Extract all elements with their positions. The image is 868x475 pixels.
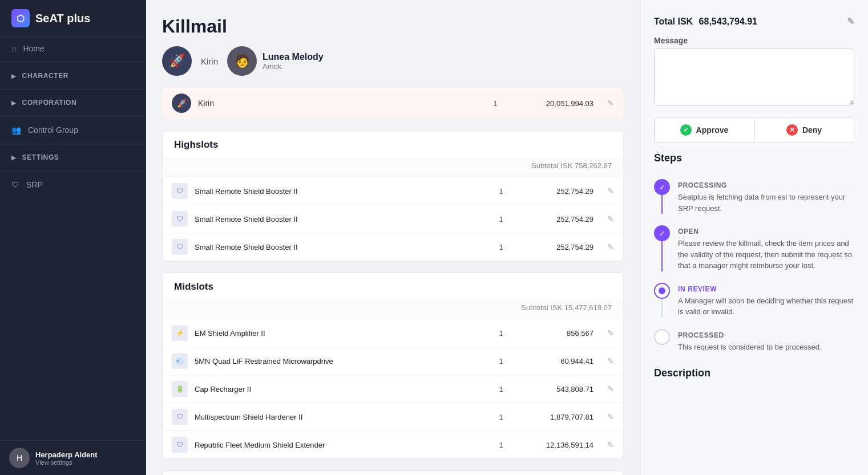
victim-ship-avatar: 🚀 xyxy=(162,46,192,76)
sidebar-section-corporation[interactable]: ▶ CORPORATION xyxy=(0,92,146,113)
victim-isk: 20,051,994.03 xyxy=(514,99,594,108)
step-connector xyxy=(661,195,663,214)
victim-name: Kirin xyxy=(198,99,477,108)
item-name: Republic Fleet Medium Shield Extender xyxy=(195,441,483,449)
attacker-info: 🧑 Lunea Melody Amok. xyxy=(227,46,324,76)
victim-edit-icon[interactable]: ✎ xyxy=(607,99,614,108)
step-label-processed: PROCESSED xyxy=(678,331,854,339)
deny-x-icon: ✕ xyxy=(786,124,798,136)
item-edit-icon[interactable]: ✎ xyxy=(607,242,614,251)
item-isk: 252,754.29 xyxy=(519,215,594,224)
description-title: Description xyxy=(654,367,854,379)
step-desc-review: A Manager will soon be deciding whether … xyxy=(678,295,854,318)
highslots-header: Highslots xyxy=(163,131,623,159)
sidebar-divider-1 xyxy=(0,62,146,63)
sidebar-item-home-label: Home xyxy=(23,44,44,53)
item-edit-icon[interactable]: ✎ xyxy=(607,328,614,338)
step-line-container: ✓ xyxy=(654,179,670,214)
home-icon: ⌂ xyxy=(11,44,16,53)
highslots-items: 🛡 Small Remote Shield Booster II 1 252,7… xyxy=(163,177,623,261)
sidebar-item-home[interactable]: ⌂ Home xyxy=(0,37,146,60)
lowslots-header: Lowslots xyxy=(163,471,623,475)
list-item: 🛡 Republic Fleet Medium Shield Extender … xyxy=(163,431,623,458)
item-edit-icon[interactable]: ✎ xyxy=(607,356,614,366)
list-item: 🔋 Cap Recharger II 1 543,808.71 ✎ xyxy=(163,375,623,403)
item-qty: 1 xyxy=(490,187,512,196)
message-input[interactable] xyxy=(654,48,854,105)
item-edit-icon[interactable]: ✎ xyxy=(607,186,614,196)
victim-row: 🚀 Kirin 1 20,051,994.03 ✎ xyxy=(162,87,624,119)
sidebar-section-settings[interactable]: ▶ SETTINGS xyxy=(0,147,146,168)
item-isk: 1,879,707.81 xyxy=(519,413,594,421)
item-edit-icon[interactable]: ✎ xyxy=(607,384,614,393)
step-line-container-processed xyxy=(654,329,670,353)
step-connector-review xyxy=(661,299,663,318)
message-label: Message xyxy=(654,36,854,45)
item-isk: 543,808.71 xyxy=(519,385,594,393)
step-label-processing: PROCESSING xyxy=(678,181,854,189)
total-label: Total ISK 68,543,794.91 xyxy=(654,17,757,27)
approve-check-icon: ✓ xyxy=(680,124,692,136)
description-section: Description xyxy=(654,367,854,379)
right-panel: Total ISK 68,543,794.91 ✎ Message ✓ Appr… xyxy=(640,0,868,475)
footer-user-info: Herpaderp Aldent View settings xyxy=(35,450,98,466)
action-buttons: ✓ Approve ✕ Deny xyxy=(654,117,854,143)
item-name: Multispectrum Shield Hardener II xyxy=(195,413,483,421)
step-content-processing: PROCESSING Seatplus is fetching data fro… xyxy=(678,179,854,214)
sidebar-section-character[interactable]: ▶ CHARACTER xyxy=(0,65,146,87)
step-in-review: IN REVIEW A Manager will soon be decidin… xyxy=(654,277,854,323)
sidebar-section-character-label: CHARACTER xyxy=(22,72,68,80)
approve-button[interactable]: ✓ Approve xyxy=(655,117,754,143)
sidebar-item-srp-label: SRP xyxy=(26,180,43,189)
footer-view-settings[interactable]: View settings xyxy=(35,459,98,466)
step-circle-review xyxy=(654,283,670,299)
list-item: 🛡 Small Remote Shield Booster II 1 252,7… xyxy=(163,233,623,261)
killmail-header: 🚀 Kirin 🧑 Lunea Melody Amok. xyxy=(162,46,624,76)
step-circle-processing: ✓ xyxy=(654,179,670,195)
item-edit-icon[interactable]: ✎ xyxy=(607,412,614,421)
item-icon: 🛡 xyxy=(172,409,188,425)
item-qty: 1 xyxy=(490,329,512,338)
app-logo[interactable]: ⬡ SeAT plus xyxy=(0,0,146,37)
sidebar-section-settings-label: SETTINGS xyxy=(22,153,59,161)
sidebar-section-corporation-label: CORPORATION xyxy=(22,99,77,107)
midslots-section: Midslots Subtotal ISK 15,477,619.07 ⚡ EM… xyxy=(162,273,624,459)
item-name: Small Remote Shield Booster II xyxy=(195,243,483,251)
total-edit-icon[interactable]: ✎ xyxy=(847,16,854,27)
sidebar-divider-4 xyxy=(0,144,146,144)
step-connector-open xyxy=(661,241,663,271)
item-icon: 🛡 xyxy=(172,239,188,255)
app-name: SeAT plus xyxy=(35,12,90,25)
message-section: Message xyxy=(654,36,854,108)
step-desc-processed: This request is considered to be process… xyxy=(678,342,854,353)
steps-list: ✓ PROCESSING Seatplus is fetching data f… xyxy=(654,173,854,358)
item-isk: 60,944.41 xyxy=(519,357,594,366)
list-item: 💨 5MN Quad LiF Restrained Microwarpdrive… xyxy=(163,347,623,375)
item-icon: 🛡 xyxy=(172,211,188,227)
deny-button[interactable]: ✕ Deny xyxy=(754,117,854,143)
main-area: Killmail 🚀 Kirin 🧑 Lunea Melody Amok. 🚀 … xyxy=(146,0,868,475)
sidebar-item-srp[interactable]: 🛡 SRP xyxy=(0,173,146,196)
midslots-subtotal: Subtotal ISK 15,477,619.07 xyxy=(163,301,623,319)
item-name: Small Remote Shield Booster II xyxy=(195,187,483,196)
sidebar-item-control-group[interactable]: 👥 Control Group xyxy=(0,119,146,141)
srp-icon: 🛡 xyxy=(11,180,19,189)
item-name: 5MN Quad LiF Restrained Microwarpdrive xyxy=(195,357,483,366)
item-isk: 856,567 xyxy=(519,329,594,338)
sidebar-divider-2 xyxy=(0,89,146,90)
avatar: H xyxy=(9,448,30,468)
item-qty: 1 xyxy=(490,357,512,366)
item-name: EM Shield Amplifier II xyxy=(195,329,483,338)
midslots-header: Midslots xyxy=(163,273,623,301)
highslots-subtotal: Subtotal ISK 758,262.87 xyxy=(163,159,623,177)
content-area: Killmail 🚀 Kirin 🧑 Lunea Melody Amok. 🚀 … xyxy=(146,0,640,475)
step-label-review: IN REVIEW xyxy=(678,285,854,293)
step-active-dot xyxy=(659,287,665,294)
item-edit-icon[interactable]: ✎ xyxy=(607,440,614,449)
step-line-container-open: ✓ xyxy=(654,225,670,271)
group-icon: 👥 xyxy=(11,125,21,135)
item-icon: 🛡 xyxy=(172,437,188,453)
footer-user-name: Herpaderp Aldent xyxy=(35,450,98,459)
list-item: ⚡ EM Shield Amplifier II 1 856,567 ✎ xyxy=(163,319,623,347)
item-edit-icon[interactable]: ✎ xyxy=(607,214,614,224)
